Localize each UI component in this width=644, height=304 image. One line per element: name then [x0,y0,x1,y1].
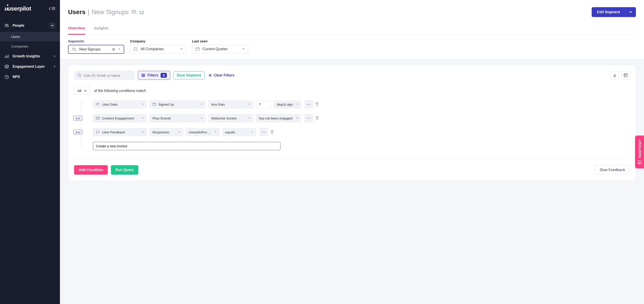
source-select[interactable]: Content Engagement [93,114,147,122]
nav-section-growth-insights[interactable]: Growth Insights [0,51,60,61]
nav-sub-users[interactable]: Users [0,32,60,41]
filter-label[interactable]: Segments [68,39,124,43]
svg-point-21 [308,118,309,118]
columns-button[interactable] [621,71,630,80]
filters-count-badge: 3 [160,73,167,78]
value-input[interactable] [256,100,271,108]
title-segment-name: New Signups [92,8,129,16]
row-more-button[interactable] [304,114,313,122]
tab-overview[interactable]: Overview [68,24,85,34]
nav-section-people[interactable]: People [0,19,60,32]
sidebar-collapse-button[interactable] [49,7,56,10]
people-icon [96,103,100,106]
segments-select[interactable]: New Signups [68,45,124,54]
title-main: Users [68,8,86,16]
chat-icon [96,130,100,134]
attribute-select[interactable]: Responses [150,128,183,136]
run-query-button[interactable]: Run Query [111,165,138,175]
row-more-button[interactable] [304,100,313,108]
segments-value: New Signups [79,47,109,51]
nav-sub-companies[interactable]: Companies [0,41,60,51]
search-input[interactable] [84,74,131,77]
operator-select[interactable]: less than [208,100,253,108]
and-operator[interactable]: and [74,130,82,135]
add-condition-button[interactable]: Add Condition [74,165,108,175]
search-icon [78,73,82,77]
save-segment-button[interactable]: Save Segment [173,71,204,79]
company-select[interactable]: All Companies [130,45,186,53]
row-delete-button[interactable] [315,116,319,120]
caret-down-icon [200,118,203,119]
nav-section-nps[interactable]: NPS [0,72,60,82]
download-icon [613,73,617,77]
nav-section-engagement-layer[interactable]: Engagement Layer [0,61,60,72]
calendar-icon [152,103,156,106]
condition-rows: User Data Signed Up l [74,100,630,151]
row-delete-button[interactable] [315,102,319,106]
calendar-icon [195,47,200,51]
svg-point-17 [307,104,308,105]
trash-icon [315,116,319,120]
title-row: Users | New Signups 12 Edit Segment [68,7,636,17]
more-icon [262,132,266,133]
operator-select[interactable]: has not been engaged [256,114,301,122]
caret-down-icon [242,48,245,50]
source-select[interactable]: User Data [93,100,147,108]
filter-label: Company [130,39,186,43]
caret-down-icon [296,118,298,119]
main: Users | New Signups 12 Edit Segment Over [60,0,644,304]
gauge-icon [4,75,9,79]
target-select[interactable]: UserpilotFor… [186,128,220,136]
operator-select[interactable]: equals [222,128,256,136]
workarea: Filters 3 Save Segment Clear Filters [60,59,644,304]
page-header: Users | New Signups 12 Edit Segment Over [60,0,644,35]
svg-point-24 [264,132,264,132]
nav-label: Engagement Layer [12,65,45,69]
chevron-right-icon [54,55,56,58]
chevron-left-icon [49,7,51,10]
caret-down-icon [142,131,144,133]
svg-point-14 [97,103,98,104]
edit-segment-split-button: Edit Segment [592,7,636,17]
svg-rect-16 [153,103,156,106]
source-select[interactable]: User Feedback [93,128,147,136]
help-tab[interactable]: Need help? [635,136,644,168]
svg-rect-13 [624,74,627,77]
give-feedback-button[interactable]: Give Feedback [595,165,630,175]
svg-point-19 [310,104,310,105]
condition-value-input[interactable] [93,142,280,150]
page-title: Users | New Signups 12 [68,8,144,16]
row-more-button[interactable] [260,128,268,136]
chevron-up-icon [49,22,56,29]
building-icon [134,47,138,51]
caret-down-icon [214,131,217,133]
lastseen-select[interactable]: Current Quarter [192,45,248,53]
caret-down-icon [178,131,180,133]
svg-point-27 [639,161,640,161]
condition-value-row [82,142,630,151]
tab-insights[interactable]: Insights [94,24,109,34]
filters-chip[interactable]: Filters 3 [138,71,170,80]
caret-down-icon [251,131,253,133]
and-operator[interactable]: and [74,116,82,121]
unit-select[interactable]: day(s) ago [274,100,301,108]
attribute-value: Responses [152,130,174,134]
lastseen-value: Current Quarter [202,47,239,51]
map-icon [96,117,100,120]
download-button[interactable] [610,71,619,80]
more-icon [307,118,310,119]
target-select[interactable]: Welcome Screen [208,114,253,122]
svg-point-23 [262,132,263,132]
edit-segment-dropdown[interactable] [625,7,636,17]
operator-value: equals [225,130,247,134]
bar-chart-icon [4,54,9,58]
attribute-select[interactable]: Signed Up [150,100,206,108]
search-input-wrap[interactable] [74,71,135,80]
edit-segment-button[interactable]: Edit Segment [592,7,625,17]
caret-down-icon [180,48,183,50]
clear-icon[interactable] [112,48,115,51]
attribute-select[interactable]: Flow Events [150,114,206,122]
clear-filters-button[interactable]: Clear Filters [208,73,234,77]
match-mode-select[interactable]: All [74,87,90,95]
row-delete-button[interactable] [270,130,274,134]
